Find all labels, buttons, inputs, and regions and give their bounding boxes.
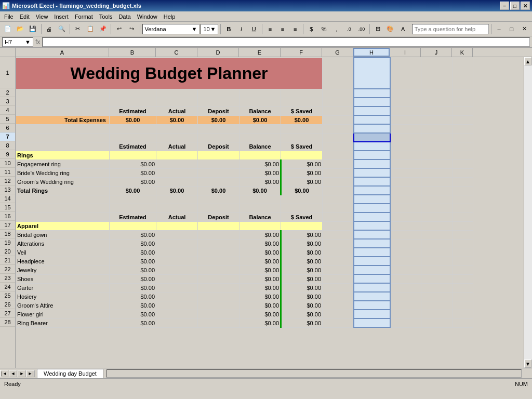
cell-h6[interactable]: [354, 124, 390, 133]
cell-i9[interactable]: [390, 151, 421, 159]
cell-e27[interactable]: $0.00: [240, 310, 281, 318]
cell-c26[interactable]: [156, 301, 198, 310]
cell-h13[interactable]: [354, 186, 390, 195]
cell-d23[interactable]: [198, 274, 240, 283]
cell-i21[interactable]: [390, 257, 421, 265]
cell-j12[interactable]: [421, 177, 453, 186]
cell-h10[interactable]: [354, 159, 390, 168]
cell-e2[interactable]: [240, 89, 281, 98]
cell-h24[interactable]: [354, 283, 390, 292]
total-expenses-balance[interactable]: $0.00: [240, 115, 281, 124]
cell-i2[interactable]: [390, 89, 421, 98]
cell-a15[interactable]: [16, 204, 110, 212]
cell-f22[interactable]: $0.00: [281, 265, 323, 274]
cell-b26[interactable]: $0.00: [110, 301, 156, 310]
cell-d28[interactable]: [198, 318, 240, 327]
cell-c19[interactable]: [156, 239, 198, 248]
cell-f15[interactable]: [281, 204, 323, 212]
cell-c20[interactable]: [156, 248, 198, 257]
cell-e24[interactable]: $0.00: [240, 283, 281, 292]
row-num-14[interactable]: 14: [0, 194, 15, 203]
row-num-25[interactable]: 25: [0, 291, 15, 300]
cell-e22[interactable]: $0.00: [240, 265, 281, 274]
cell-b11[interactable]: $0.00: [110, 168, 156, 177]
cell-d11[interactable]: [198, 168, 240, 177]
cell-k8[interactable]: [453, 142, 473, 151]
cell-f19[interactable]: $0.00: [281, 239, 323, 248]
sheet-tab-wedding[interactable]: Wedding day Budget: [37, 369, 103, 378]
cell-g9[interactable]: [323, 151, 354, 159]
cell-g15[interactable]: [323, 204, 354, 212]
total-rings-actual[interactable]: $0.00: [156, 186, 198, 195]
cell-g18[interactable]: [323, 230, 354, 239]
cell-h22[interactable]: [354, 265, 390, 274]
cell-a8[interactable]: [16, 142, 110, 151]
col-header-d[interactable]: D: [197, 48, 239, 57]
cell-i10[interactable]: [390, 159, 421, 168]
cell-e12[interactable]: $0.00: [240, 177, 281, 186]
row-num-12[interactable]: 12: [0, 177, 15, 185]
cell-i5[interactable]: [390, 115, 421, 124]
cell-g8[interactable]: [323, 142, 354, 151]
cell-f24[interactable]: $0.00: [281, 283, 323, 292]
cell-i6[interactable]: [390, 124, 421, 133]
align-center-button[interactable]: ≡: [277, 23, 288, 35]
cell-k10[interactable]: [453, 159, 473, 168]
cell-reference-box[interactable]: H7 ▼: [2, 37, 33, 47]
undo-button[interactable]: ↩: [113, 23, 125, 35]
cell-k20[interactable]: [453, 248, 473, 257]
cell-i22[interactable]: [390, 265, 421, 274]
print-button[interactable]: 🖨: [43, 23, 55, 35]
cell-f27[interactable]: $0.00: [281, 310, 323, 318]
cell-c2[interactable]: [156, 89, 198, 98]
cell-e25[interactable]: $0.00: [240, 292, 281, 301]
cell-a3[interactable]: [16, 98, 110, 107]
cell-b9[interactable]: [110, 151, 156, 159]
cell-g23[interactable]: [323, 274, 354, 283]
cell-i1[interactable]: [390, 58, 421, 89]
cell-h21[interactable]: [354, 257, 390, 265]
cell-h8[interactable]: [354, 142, 390, 151]
comma-button[interactable]: ,: [331, 23, 342, 35]
cell-c17[interactable]: [156, 221, 198, 230]
cell-k23[interactable]: [453, 274, 473, 283]
italic-button[interactable]: I: [235, 23, 247, 35]
cell-i18[interactable]: [390, 230, 421, 239]
col-header-k[interactable]: K: [452, 48, 473, 57]
cell-i19[interactable]: [390, 239, 421, 248]
row-num-23[interactable]: 23: [0, 274, 15, 283]
cell-b18[interactable]: $0.00: [110, 230, 156, 239]
cell-b20[interactable]: $0.00: [110, 248, 156, 257]
cell-c6[interactable]: [156, 124, 198, 133]
row-num-16[interactable]: 16: [0, 212, 15, 221]
new-button[interactable]: 📄: [2, 23, 14, 35]
app-close-button[interactable]: ✕: [518, 23, 530, 35]
cell-i8[interactable]: [390, 142, 421, 151]
cell-h25[interactable]: [354, 292, 390, 301]
currency-button[interactable]: $: [305, 23, 317, 35]
cell-g10[interactable]: [323, 159, 354, 168]
row-num-10[interactable]: 10: [0, 159, 15, 168]
cell-c24[interactable]: [156, 283, 198, 292]
cell-i24[interactable]: [390, 283, 421, 292]
cell-h27[interactable]: [354, 310, 390, 318]
cell-d6[interactable]: [198, 124, 240, 133]
cell-j20[interactable]: [421, 248, 453, 257]
align-right-button[interactable]: ≡: [289, 23, 301, 35]
cell-c18[interactable]: [156, 230, 198, 239]
total-rings-saved[interactable]: $0.00: [281, 186, 323, 195]
cell-i3[interactable]: [390, 98, 421, 107]
minimize-button[interactable]: –: [500, 2, 509, 10]
menu-tools[interactable]: Tools: [96, 12, 116, 21]
col-header-e[interactable]: E: [239, 48, 281, 57]
cell-k5[interactable]: [453, 115, 473, 124]
cell-e10[interactable]: $0.00: [240, 159, 281, 168]
cell-h18[interactable]: [354, 230, 390, 239]
fill-color-button[interactable]: 🎨: [384, 23, 396, 35]
cell-h26[interactable]: [354, 301, 390, 310]
cell-j26[interactable]: [421, 301, 453, 310]
cell-e6[interactable]: [240, 124, 281, 133]
cell-h23[interactable]: [354, 274, 390, 283]
scroll-down-button[interactable]: ▼: [524, 360, 531, 368]
cell-c23[interactable]: [156, 274, 198, 283]
